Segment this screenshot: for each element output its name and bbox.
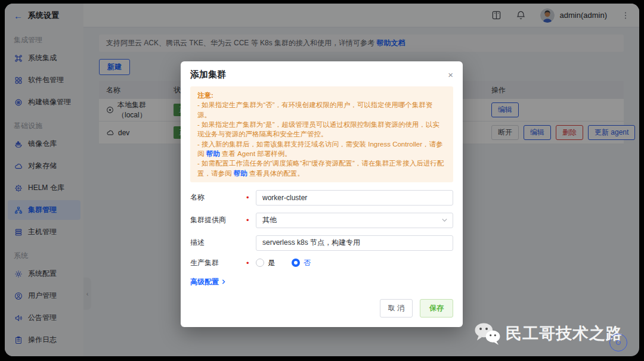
radio-circle xyxy=(292,259,300,267)
watermark-text: 民工哥技术之路 xyxy=(506,323,623,344)
description-input[interactable] xyxy=(256,235,453,251)
modal-footer: 取 消 保存 xyxy=(181,287,463,320)
radio-no[interactable]: 否 xyxy=(292,258,311,268)
radio-yes[interactable]: 是 xyxy=(256,258,275,268)
radio-circle xyxy=(256,259,264,267)
modal-header: 添加集群 × xyxy=(181,61,463,86)
fab-dot-icon xyxy=(616,340,621,345)
provider-label: 集群提供商 xyxy=(190,215,246,225)
notice-line: - 接入新的集群后，如需该集群支持泛域名访问，需安装 Ingress Contr… xyxy=(197,139,446,159)
chevron-down-icon xyxy=(441,217,448,223)
modal-title: 添加集群 xyxy=(190,69,226,80)
advanced-config-link[interactable]: 高级配置 xyxy=(181,275,463,287)
cancel-button[interactable]: 取 消 xyxy=(380,299,413,318)
notice-title: 注意: xyxy=(197,91,446,100)
required-marker: • xyxy=(246,216,256,224)
close-icon[interactable]: × xyxy=(448,70,453,79)
notice-line: - 如果指定生产集群为“否”，有环境创建权限的用户，可以指定使用哪个集群资源。 xyxy=(197,100,446,120)
notice-line: - 如需配置工作流任务的“调度策略”和“缓存资源配置”，请在集群正常接入后进行配… xyxy=(197,158,446,178)
save-button[interactable]: 保存 xyxy=(420,299,453,318)
form-row-name: 名称 • xyxy=(190,190,453,206)
wechat-icon xyxy=(473,322,501,346)
required-marker: • xyxy=(246,194,256,201)
form-row-description: 描述 xyxy=(190,235,453,251)
notice-box: 注意: - 如果指定生产集群为“否”，有环境创建权限的用户，可以指定使用哪个集群… xyxy=(190,86,453,182)
description-label: 描述 xyxy=(190,238,246,248)
chevron-right-icon xyxy=(221,279,227,285)
name-label: 名称 xyxy=(190,192,246,203)
help-link[interactable]: 帮助 xyxy=(234,170,247,177)
add-cluster-form: 名称 • 集群提供商 • 描述 生产集群 • 是 xyxy=(181,182,463,268)
notice-line: - 如果指定生产集群为“是”，超级管理员可以通过权限控制集群资源的使用，以实现业… xyxy=(197,120,446,139)
form-row-production: 生产集群 • 是 否 xyxy=(190,258,453,268)
help-link[interactable]: 帮助 xyxy=(206,150,220,157)
required-marker: • xyxy=(246,259,256,267)
watermark: 民工哥技术之路 xyxy=(473,322,623,346)
screenshot-root: ← 系统设置 集成管理 系统集成 软件包管理 构建镜像管理 基础设施 镜像仓库 xyxy=(0,0,644,361)
name-input[interactable] xyxy=(256,190,453,206)
production-label: 生产集群 xyxy=(190,258,246,268)
provider-select[interactable] xyxy=(256,213,453,228)
add-cluster-modal: 添加集群 × 注意: - 如果指定生产集群为“否”，有环境创建权限的用户，可以指… xyxy=(181,61,463,327)
floating-help-button[interactable] xyxy=(609,334,627,351)
form-row-provider: 集群提供商 • xyxy=(190,213,453,228)
